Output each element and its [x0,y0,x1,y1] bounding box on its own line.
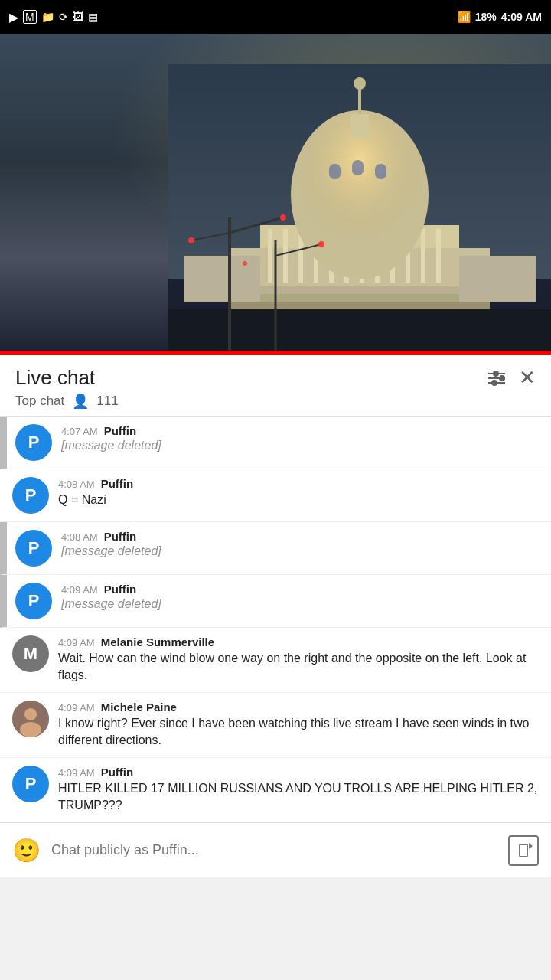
message-text: [message deleted] [61,544,539,558]
svg-rect-5 [237,294,482,302]
message-body: 4:09 AMPuffin[message deleted] [61,583,539,611]
message-text: Wait. How can the wind blow one way on t… [58,650,539,684]
status-bar: ▶ M 📁 ⟳ 🖼 ▤ 📶 18% 4:09 AM [0,0,551,34]
viewer-icon: 👤 [72,393,89,410]
message-text: Q = Nazi [58,492,539,508]
top-chat-label: Top chat [15,394,64,409]
video-player[interactable] [0,34,551,355]
svg-rect-9 [283,229,288,283]
close-button[interactable]: ✕ [519,366,536,390]
send-icon [508,835,539,866]
message-time: 4:08 AM [61,531,98,543]
send-chat-button[interactable] [508,835,539,866]
viewer-count: 111 [96,394,118,409]
message-body: 4:09 AMMelanie SummervilleWait. How can … [58,635,539,684]
video-progress-bar[interactable] [0,351,551,355]
message-body: 4:09 AMPuffinHITLER KILLED 17 MILLION RU… [58,766,539,815]
message-author: Puffin [104,530,137,543]
svg-rect-37 [184,256,260,302]
message-meta: 4:09 AMMichele Paine [58,701,539,714]
message-meta: 4:09 AMMelanie Summerville [58,635,539,648]
chat-messages-list: P4:07 AMPuffin[message deleted]P4:08 AMP… [0,416,551,822]
svg-rect-8 [268,229,272,283]
message-time: 4:09 AM [58,637,95,648]
svg-rect-2 [168,309,551,355]
deleted-bar [3,575,7,627]
status-icons: ▶ M 📁 ⟳ 🖼 ▤ [9,10,98,24]
chat-header-actions: ✕ [488,366,536,390]
message-text: [message deleted] [61,597,539,611]
svg-rect-38 [459,256,536,302]
chat-message: P4:07 AMPuffin[message deleted] [0,416,551,469]
message-body: 4:09 AMMichele PaineI know right? Ever s… [58,701,539,750]
chat-title: Live chat [15,366,95,390]
chat-message: P4:09 AMPuffin[message deleted] [0,575,551,628]
avatar: P [15,424,52,461]
sliders-icon [488,373,505,384]
svg-rect-34 [329,164,341,179]
message-text: I know right? Ever since I have been wat… [58,715,539,750]
avatar [12,701,49,737]
deleted-bar [3,416,7,469]
chat-input[interactable] [51,842,497,858]
message-time: 4:07 AM [61,426,98,437]
chat-message: P4:08 AMPuffinQ = Nazi [0,469,551,522]
avatar: P [15,530,52,567]
svg-rect-19 [436,229,441,283]
message-body: 4:07 AMPuffin[message deleted] [61,424,539,452]
message-time: 4:08 AM [58,479,95,490]
svg-point-33 [354,77,366,90]
message-meta: 4:07 AMPuffin [61,424,539,437]
capitol-image [168,64,551,355]
sync-icon: ⟳ [59,11,68,23]
message-meta: 4:09 AMPuffin [58,766,539,779]
message-author: Puffin [101,766,134,779]
avatar: P [12,766,49,802]
chat-header: Live chat ✕ Top chat 👤 111 [0,355,551,416]
clock: 4:09 AM [501,11,542,23]
avatar: P [12,477,49,514]
avatar: P [15,583,52,619]
svg-point-46 [318,241,324,247]
battery-text: 18% [475,11,497,23]
svg-rect-18 [421,229,425,283]
svg-rect-31 [350,114,369,137]
youtube-icon: ▶ [9,10,18,24]
svg-point-47 [243,261,247,266]
status-right-info: 📶 18% 4:09 AM [458,11,542,23]
m-icon: M [23,10,37,24]
message-time: 4:09 AM [58,702,95,714]
deleted-bar [3,522,7,574]
image-icon: 🖼 [73,11,83,23]
message-meta: 4:08 AMPuffin [61,530,539,543]
message-author: Melanie Summerville [101,635,214,648]
svg-point-49 [24,708,37,720]
message-author: Puffin [101,477,134,490]
chat-sub-header: Top chat 👤 111 [15,393,536,410]
message-text: [message deleted] [61,439,539,452]
svg-rect-36 [375,164,386,179]
message-text: HITLER KILLED 17 MILLION RUSSIANS AND YO… [58,780,539,815]
menu-icon: ▤ [88,11,98,23]
svg-point-50 [20,722,41,737]
message-author: Michele Paine [101,701,177,714]
chat-message: P4:08 AMPuffin[message deleted] [0,522,551,575]
filter-button[interactable] [488,373,505,384]
wifi-icon: 📶 [458,11,471,23]
emoji-button[interactable]: 🙂 [12,837,41,864]
message-author: Puffin [104,583,137,596]
svg-rect-4 [245,286,474,294]
message-author: Puffin [104,424,137,437]
svg-point-43 [188,237,194,243]
avatar: M [12,635,49,672]
chat-message: P4:09 AMPuffinHITLER KILLED 17 MILLION R… [0,758,551,823]
chat-message: 4:09 AMMichele PaineI know right? Ever s… [0,693,551,758]
svg-rect-35 [352,160,364,175]
message-meta: 4:08 AMPuffin [58,477,539,490]
message-body: 4:08 AMPuffin[message deleted] [61,530,539,558]
svg-rect-6 [230,302,490,309]
message-meta: 4:09 AMPuffin [61,583,539,596]
message-time: 4:09 AM [61,584,98,596]
chat-input-bar: 🙂 [0,822,551,877]
message-time: 4:09 AM [58,767,95,779]
